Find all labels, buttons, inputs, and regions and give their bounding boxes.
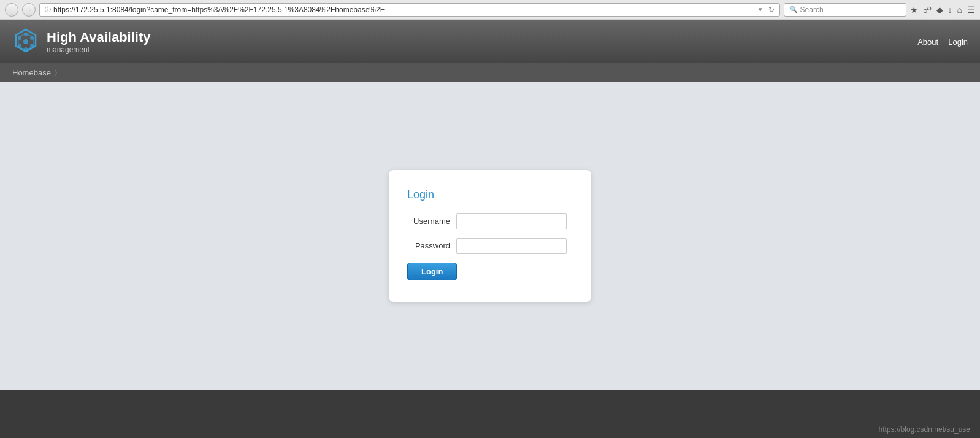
breadcrumb-separator: 〉	[55, 68, 57, 77]
breadcrumb-bar: Homebase 〉	[0, 63, 980, 82]
browser-toolbar: ← → ⓘ https://172.25.5.1:8084/login?came…	[0, 0, 980, 20]
app-wrapper: High Availability management About Login…	[0, 20, 980, 438]
reader-icon[interactable]: ☍	[923, 5, 932, 15]
username-row: Username	[407, 213, 567, 229]
url-text: https://172.25.5.1:8084/login?came_from=…	[53, 6, 755, 14]
browser-action-icons: ★ ☍ ◆ ↓ ⌂ ☰	[910, 5, 975, 15]
app-logo-text: High Availability management	[47, 29, 151, 54]
app-title: High Availability	[47, 29, 151, 45]
breadcrumb-homebase[interactable]: Homebase	[12, 68, 51, 77]
app-footer: https://blog.csdn.net/su_use	[0, 390, 980, 438]
menu-icon[interactable]: ☰	[967, 5, 975, 15]
svg-point-4	[30, 36, 34, 40]
dropdown-icon: ▼	[757, 6, 764, 13]
download-icon[interactable]: ↓	[948, 5, 952, 15]
browser-chrome: ← → ⓘ https://172.25.5.1:8084/login?came…	[0, 0, 980, 20]
svg-point-3	[24, 33, 28, 36]
lock-icon: ⓘ	[45, 6, 51, 14]
address-bar[interactable]: ⓘ https://172.25.5.1:8084/login?came_fro…	[39, 3, 780, 17]
app-header: High Availability management About Login	[0, 20, 980, 63]
app-logo: High Availability management	[12, 28, 151, 55]
search-icon: 🔍	[789, 6, 798, 13]
username-label: Username	[407, 217, 450, 226]
password-row: Password	[407, 238, 567, 254]
login-link[interactable]: Login	[948, 37, 968, 47]
svg-point-5	[30, 44, 34, 47]
login-title: Login	[407, 188, 567, 201]
svg-point-7	[18, 44, 21, 47]
password-label: Password	[407, 241, 450, 250]
home-icon[interactable]: ⌂	[957, 5, 962, 15]
main-content: Login Username Password Login	[0, 82, 980, 390]
bookmark-icon[interactable]: ★	[910, 5, 918, 15]
svg-point-8	[18, 36, 21, 40]
search-bar[interactable]: 🔍 Search	[784, 3, 906, 17]
login-button-row: Login	[407, 263, 567, 280]
password-input[interactable]	[456, 238, 567, 254]
reload-icon[interactable]: ↻	[768, 6, 775, 14]
app-header-nav: About Login	[917, 37, 968, 47]
svg-point-6	[24, 47, 28, 51]
login-card: Login Username Password Login	[389, 170, 591, 302]
forward-button[interactable]: →	[22, 3, 36, 17]
login-button[interactable]: Login	[407, 263, 457, 280]
svg-point-2	[23, 39, 28, 44]
app-subtitle: management	[47, 45, 151, 54]
search-placeholder: Search	[800, 6, 824, 14]
username-input[interactable]	[456, 213, 567, 229]
logo-icon	[12, 28, 39, 55]
about-link[interactable]: About	[917, 37, 938, 47]
back-button[interactable]: ←	[5, 3, 18, 17]
footer-link[interactable]: https://blog.csdn.net/su_use	[879, 425, 970, 434]
shield-icon[interactable]: ◆	[936, 5, 943, 15]
